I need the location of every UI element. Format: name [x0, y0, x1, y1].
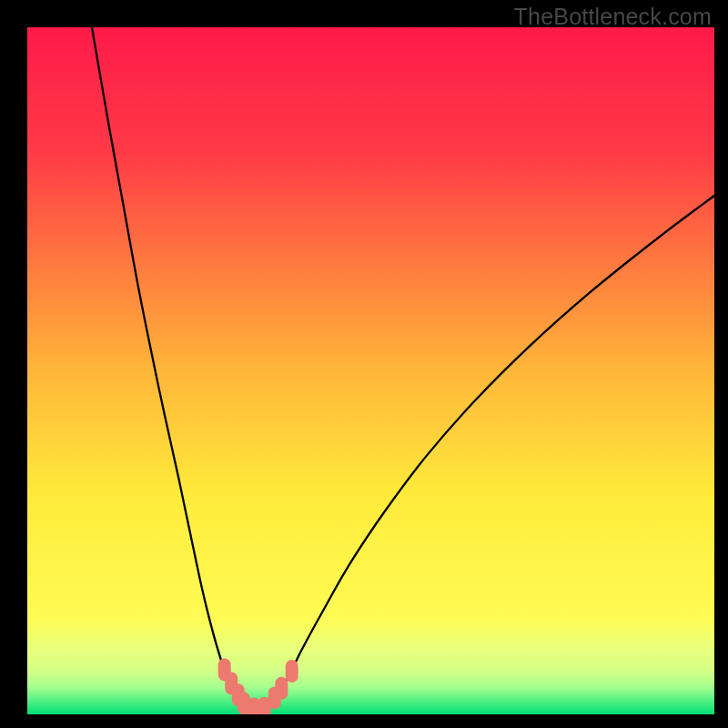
plot-area: [27, 27, 714, 714]
marker-dot: [275, 677, 288, 700]
watermark-text: TheBottleneck.com: [514, 4, 712, 30]
marker-dot: [286, 660, 298, 682]
gradient-background: [27, 27, 714, 714]
plot-svg: [27, 27, 714, 714]
chart-frame: TheBottleneck.com: [0, 0, 728, 728]
